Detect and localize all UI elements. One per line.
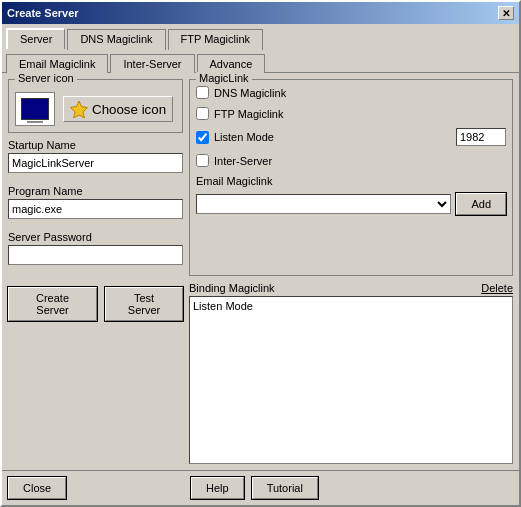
inter-server-label: Inter-Server <box>214 155 272 167</box>
create-server-button[interactable]: Create Server <box>8 287 97 321</box>
monitor-icon <box>21 98 49 120</box>
dns-magiclink-label: DNS Magiclink <box>214 87 286 99</box>
program-name-label: Program Name <box>8 185 183 197</box>
tab-advance[interactable]: Advance <box>197 54 266 73</box>
startup-name-input[interactable] <box>8 153 183 173</box>
ftp-magiclink-checkbox[interactable] <box>196 107 209 120</box>
binding-list[interactable]: Listen Mode <box>189 296 513 465</box>
create-server-window: Create Server ✕ Server DNS Magiclink FTP… <box>0 0 521 507</box>
binding-magiclink-label: Binding Magiclink <box>189 282 275 294</box>
server-icon-box <box>15 92 55 126</box>
tab-email-magiclink[interactable]: Email Magiclink <box>6 54 108 73</box>
binding-section: Binding Magiclink Delete Listen Mode <box>189 282 513 465</box>
tutorial-button[interactable]: Tutorial <box>252 477 318 499</box>
window-title: Create Server <box>7 7 79 19</box>
server-password-input[interactable] <box>8 245 183 265</box>
server-password-group: Server Password <box>8 231 183 265</box>
tab-server[interactable]: Server <box>6 28 65 49</box>
left-panel: Server icon Choose icon Startup Name <box>8 79 183 464</box>
listen-mode-row: Listen Mode <box>196 128 506 146</box>
star-icon <box>70 100 88 118</box>
svg-marker-0 <box>71 101 88 118</box>
binding-label-row: Binding Magiclink Delete <box>189 282 513 294</box>
help-button[interactable]: Help <box>191 477 244 499</box>
magiclink-group-title: MagicLink <box>196 72 252 84</box>
listen-mode-label: Listen Mode <box>214 131 451 143</box>
program-name-input[interactable] <box>8 199 183 219</box>
close-button[interactable]: Close <box>8 477 66 499</box>
right-bottom: Help Tutorial <box>191 477 513 499</box>
server-password-label: Server Password <box>8 231 183 243</box>
startup-name-group: Startup Name <box>8 139 183 173</box>
title-bar: Create Server ✕ <box>2 2 519 24</box>
magiclink-group: MagicLink DNS Magiclink FTP Magiclink Li… <box>189 79 513 276</box>
tabs-row-2: Email Magiclink Inter-Server Advance <box>2 49 519 72</box>
tab-inter-server[interactable]: Inter-Server <box>110 54 194 73</box>
ftp-magiclink-row: FTP Magiclink <box>196 107 506 120</box>
ftp-magiclink-label: FTP Magiclink <box>214 108 283 120</box>
right-panel: MagicLink DNS Magiclink FTP Magiclink Li… <box>189 79 513 464</box>
delete-button[interactable]: Delete <box>481 282 513 294</box>
startup-name-label: Startup Name <box>8 139 183 151</box>
binding-list-item: Listen Mode <box>193 300 509 312</box>
choose-icon-label: Choose icon <box>92 102 166 117</box>
listen-mode-input[interactable] <box>456 128 506 146</box>
email-select[interactable] <box>196 194 451 214</box>
server-icon-label: Server icon <box>15 72 77 84</box>
listen-mode-checkbox[interactable] <box>196 131 209 144</box>
server-icon-group: Server icon Choose icon <box>8 79 183 133</box>
choose-icon-button[interactable]: Choose icon <box>63 96 173 122</box>
test-server-button[interactable]: Test Server <box>105 287 183 321</box>
inter-server-row: Inter-Server <box>196 154 506 167</box>
action-buttons: Create Server Test Server <box>8 287 183 321</box>
add-button[interactable]: Add <box>456 193 506 215</box>
close-window-button[interactable]: ✕ <box>498 6 514 20</box>
tabs-row-1: Server DNS Magiclink FTP Magiclink <box>2 24 519 49</box>
tab-ftp-magiclink[interactable]: FTP Magiclink <box>168 29 263 50</box>
server-icon-area: Choose icon <box>15 92 176 126</box>
dns-magiclink-checkbox[interactable] <box>196 86 209 99</box>
email-row: Add <box>196 193 506 215</box>
tab-dns-magiclink[interactable]: DNS Magiclink <box>67 29 165 50</box>
inter-server-checkbox[interactable] <box>196 154 209 167</box>
dns-magiclink-row: DNS Magiclink <box>196 86 506 99</box>
email-magiclink-label: Email Magiclink <box>196 175 506 187</box>
bottom-bar: Close Help Tutorial <box>2 470 519 505</box>
program-name-group: Program Name <box>8 185 183 219</box>
content-area: Server icon Choose icon Startup Name <box>2 72 519 470</box>
left-bottom: Close <box>8 477 183 499</box>
